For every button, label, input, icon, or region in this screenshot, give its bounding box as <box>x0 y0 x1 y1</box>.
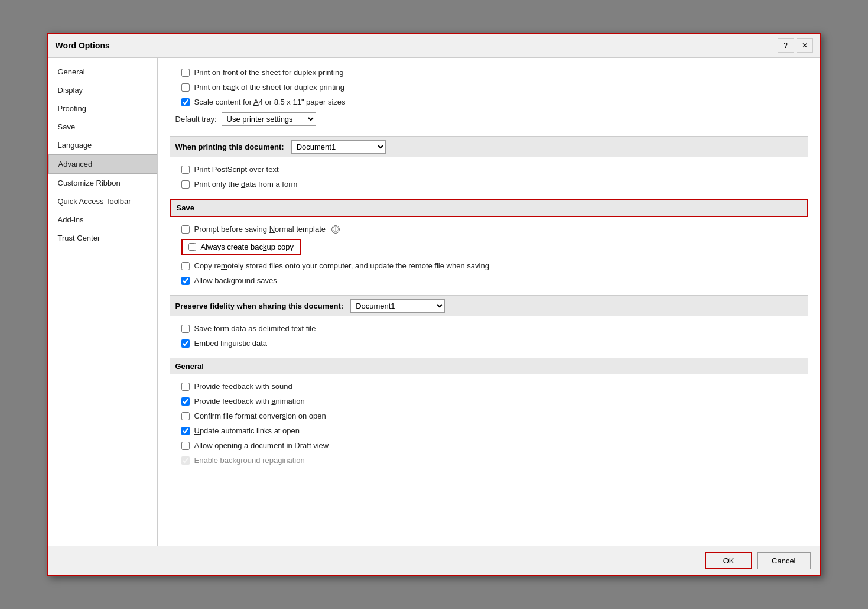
label-always-create-backup[interactable]: Always create backup copy <box>201 242 294 251</box>
dialog-title: Word Options <box>56 41 110 50</box>
label-copy-remotely[interactable]: Copy remotely stored files onto your com… <box>194 261 489 270</box>
label-enable-bg-repagination: Enable background repagination <box>194 456 305 465</box>
label-embed-linguistic[interactable]: Embed linguistic data <box>194 339 268 348</box>
checkbox-update-links[interactable] <box>181 427 190 435</box>
option-row-save-form-data: Save form data as delimited text file <box>170 321 808 336</box>
content-inner: Print on front of the sheet for duplex p… <box>158 58 820 475</box>
option-row-print-postscript: Print PostScript over text <box>170 162 808 177</box>
label-update-links[interactable]: Update automatic links at open <box>194 426 300 435</box>
checkbox-print-back-duplex[interactable] <box>181 83 190 92</box>
backup-copy-container: Always create backup copy <box>170 237 808 258</box>
checkbox-always-create-backup[interactable] <box>188 243 196 251</box>
option-row-confirm-file-format: Confirm file format conversion on open <box>170 409 808 423</box>
sidebar-item-general[interactable]: General <box>48 63 157 81</box>
when-printing-label: When printing this document: <box>175 142 284 151</box>
ok-button[interactable]: OK <box>705 552 752 569</box>
cancel-button[interactable]: Cancel <box>757 552 810 569</box>
checkbox-embed-linguistic[interactable] <box>181 339 190 348</box>
option-row-allow-bg-saves: Allow background saves <box>170 273 808 288</box>
checkbox-allow-background-saves[interactable] <box>181 277 190 285</box>
title-bar-left: Word Options <box>56 41 110 50</box>
general-section-header: General <box>170 358 808 374</box>
checkbox-feedback-sound[interactable] <box>181 383 190 391</box>
checkbox-enable-bg-repagination <box>181 456 190 465</box>
preserve-fidelity-section-header: Preserve fidelity when sharing this docu… <box>170 295 808 316</box>
title-bar: Word Options ? ✕ <box>48 34 820 58</box>
sidebar-item-add-ins[interactable]: Add-ins <box>48 210 157 229</box>
default-tray-select[interactable]: Use printer settings <box>222 112 316 126</box>
label-prompt-saving[interactable]: Prompt before saving Normal template <box>194 225 326 234</box>
label-allow-draft-view[interactable]: Allow opening a document in Draft view <box>194 441 329 450</box>
checkbox-print-front-duplex[interactable] <box>181 69 190 77</box>
option-row-feedback-animation: Provide feedback with animation <box>170 394 808 409</box>
option-row-update-links: Update automatic links at open <box>170 423 808 438</box>
label-confirm-file-format[interactable]: Confirm file format conversion on open <box>194 412 326 420</box>
dialog-body: General Display Proofing Save Language A… <box>48 58 820 546</box>
option-row-feedback-sound: Provide feedback with sound <box>170 379 808 394</box>
option-row-copy-remotely: Copy remotely stored files onto your com… <box>170 258 808 273</box>
option-row-allow-draft-view: Allow opening a document in Draft view <box>170 438 808 453</box>
checkbox-print-only-data[interactable] <box>181 180 190 189</box>
when-printing-document-select[interactable]: Document1 <box>291 140 386 154</box>
label-feedback-animation[interactable]: Provide feedback with animation <box>194 397 305 406</box>
when-printing-section-header: When printing this document: Document1 <box>170 136 808 157</box>
save-section-label: Save <box>177 203 194 212</box>
option-row-print-front-duplex: Print on front of the sheet for duplex p… <box>170 65 808 80</box>
default-tray-label: Default tray: <box>175 115 217 124</box>
checkbox-scale-content[interactable] <box>181 98 190 106</box>
option-row-enable-bg-repagination: Enable background repagination <box>170 453 808 468</box>
general-section-label: General <box>175 362 204 371</box>
checkbox-feedback-animation[interactable] <box>181 397 190 406</box>
checkbox-print-postscript[interactable] <box>181 166 190 174</box>
sidebar-item-trust-center[interactable]: Trust Center <box>48 229 157 247</box>
main-content: Print on front of the sheet for duplex p… <box>158 58 820 546</box>
checkbox-save-form-data[interactable] <box>181 325 190 333</box>
option-row-print-back-duplex: Print on back of the sheet for duplex pr… <box>170 80 808 95</box>
dialog-footer: OK Cancel <box>48 546 820 575</box>
option-row-print-only-data: Print only the data from a form <box>170 177 808 192</box>
sidebar-item-customize-ribbon[interactable]: Customize Ribbon <box>48 174 157 192</box>
option-row-prompt-saving: Prompt before saving Normal template ⓘ <box>170 222 808 237</box>
checkbox-allow-draft-view[interactable] <box>181 442 190 450</box>
checkbox-prompt-saving[interactable] <box>181 225 190 234</box>
sidebar-item-language[interactable]: Language <box>48 136 157 154</box>
default-tray-row: Default tray: Use printer settings <box>170 109 808 129</box>
sidebar-item-quick-access-toolbar[interactable]: Quick Access Toolbar <box>48 192 157 210</box>
label-print-only-data[interactable]: Print only the data from a form <box>194 180 298 189</box>
label-allow-background-saves[interactable]: Allow background saves <box>194 276 277 285</box>
sidebar: General Display Proofing Save Language A… <box>48 58 158 546</box>
save-section-header: Save <box>170 199 808 217</box>
checkbox-copy-remotely[interactable] <box>181 262 190 270</box>
label-print-postscript[interactable]: Print PostScript over text <box>194 165 279 174</box>
sidebar-item-proofing[interactable]: Proofing <box>48 99 157 118</box>
checkbox-confirm-file-format[interactable] <box>181 412 190 420</box>
info-icon-prompt-saving: ⓘ <box>331 225 340 234</box>
label-feedback-sound[interactable]: Provide feedback with sound <box>194 382 292 391</box>
word-options-dialog: Word Options ? ✕ General Display Proofin… <box>47 33 821 576</box>
always-create-backup-row: Always create backup copy <box>181 239 301 255</box>
close-button[interactable]: ✕ <box>797 38 813 53</box>
preserve-fidelity-label: Preserve fidelity when sharing this docu… <box>175 302 344 310</box>
option-row-scale-content: Scale content for A4 or 8.5 x 11" paper … <box>170 95 808 109</box>
label-save-form-data[interactable]: Save form data as delimited text file <box>194 324 316 333</box>
title-bar-buttons: ? ✕ <box>778 38 813 53</box>
label-print-front-duplex[interactable]: Print on front of the sheet for duplex p… <box>194 68 344 77</box>
option-row-embed-linguistic: Embed linguistic data <box>170 336 808 351</box>
label-scale-content[interactable]: Scale content for A4 or 8.5 x 11" paper … <box>194 98 346 106</box>
preserve-fidelity-document-select[interactable]: Document1 <box>350 299 445 313</box>
sidebar-item-advanced[interactable]: Advanced <box>48 154 157 174</box>
sidebar-item-display[interactable]: Display <box>48 81 157 99</box>
sidebar-item-save[interactable]: Save <box>48 118 157 136</box>
help-button[interactable]: ? <box>778 38 794 53</box>
label-print-back-duplex[interactable]: Print on back of the sheet for duplex pr… <box>194 83 344 92</box>
